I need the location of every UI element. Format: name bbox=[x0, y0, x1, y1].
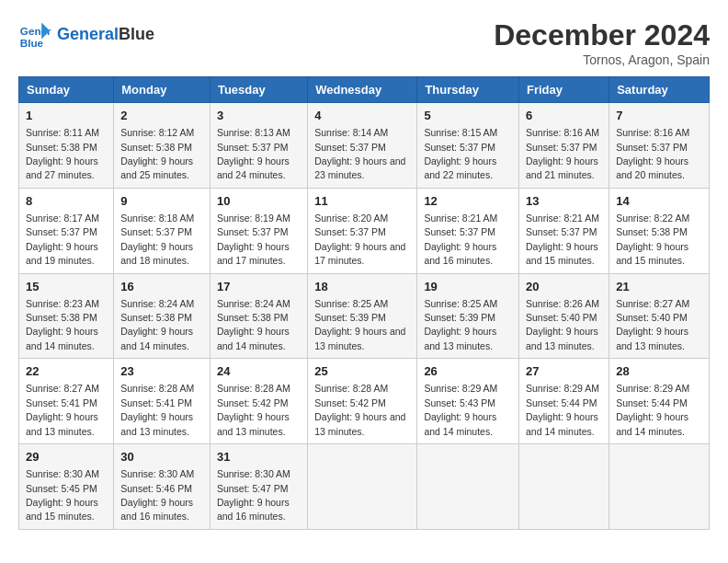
day-cell: 20Sunrise: 8:26 AMSunset: 5:40 PMDayligh… bbox=[518, 273, 609, 359]
day-cell: 13Sunrise: 8:21 AMSunset: 5:37 PMDayligh… bbox=[518, 188, 609, 273]
day-info: Sunrise: 8:21 AMSunset: 5:37 PMDaylight:… bbox=[424, 213, 497, 266]
day-info: Sunrise: 8:15 AMSunset: 5:37 PMDaylight:… bbox=[424, 127, 497, 180]
day-number: 9 bbox=[120, 193, 203, 210]
day-info: Sunrise: 8:30 AMSunset: 5:46 PMDaylight:… bbox=[120, 468, 194, 522]
day-cell: 7Sunrise: 8:16 AMSunset: 5:37 PMDaylight… bbox=[609, 103, 710, 189]
day-cell: 5Sunrise: 8:15 AMSunset: 5:37 PMDaylight… bbox=[417, 103, 519, 189]
day-info: Sunrise: 8:19 AMSunset: 5:37 PMDaylight:… bbox=[217, 213, 290, 266]
day-number: 24 bbox=[217, 363, 301, 380]
day-info: Sunrise: 8:16 AMSunset: 5:37 PMDaylight:… bbox=[616, 127, 689, 180]
day-cell: 15Sunrise: 8:23 AMSunset: 5:38 PMDayligh… bbox=[19, 273, 114, 359]
day-number: 5 bbox=[424, 108, 512, 124]
day-cell: 14Sunrise: 8:22 AMSunset: 5:38 PMDayligh… bbox=[609, 188, 710, 273]
day-info: Sunrise: 8:24 AMSunset: 5:38 PMDaylight:… bbox=[120, 298, 194, 351]
header-sunday: Sunday bbox=[19, 77, 114, 103]
day-info: Sunrise: 8:18 AMSunset: 5:37 PMDaylight:… bbox=[120, 213, 194, 266]
logo-icon: General Blue bbox=[18, 18, 51, 52]
day-cell: 11Sunrise: 8:20 AMSunset: 5:37 PMDayligh… bbox=[308, 188, 417, 273]
day-cell: 25Sunrise: 8:28 AMSunset: 5:42 PMDayligh… bbox=[308, 359, 417, 444]
day-cell: 8Sunrise: 8:17 AMSunset: 5:37 PMDaylight… bbox=[19, 188, 114, 273]
day-cell: 18Sunrise: 8:25 AMSunset: 5:39 PMDayligh… bbox=[308, 273, 417, 359]
header-row: SundayMondayTuesdayWednesdayThursdayFrid… bbox=[19, 77, 710, 103]
day-number: 11 bbox=[314, 193, 410, 210]
day-cell: 30Sunrise: 8:30 AMSunset: 5:46 PMDayligh… bbox=[114, 444, 210, 530]
day-cell: 22Sunrise: 8:27 AMSunset: 5:41 PMDayligh… bbox=[19, 359, 114, 444]
day-number: 7 bbox=[616, 108, 702, 124]
week-row-2: 8Sunrise: 8:17 AMSunset: 5:37 PMDaylight… bbox=[19, 188, 710, 273]
day-number: 26 bbox=[424, 363, 512, 380]
day-cell: 24Sunrise: 8:28 AMSunset: 5:42 PMDayligh… bbox=[210, 359, 307, 444]
day-info: Sunrise: 8:29 AMSunset: 5:44 PMDaylight:… bbox=[526, 383, 599, 436]
day-number: 3 bbox=[217, 108, 301, 124]
day-cell: 12Sunrise: 8:21 AMSunset: 5:37 PMDayligh… bbox=[417, 188, 519, 273]
day-info: Sunrise: 8:22 AMSunset: 5:38 PMDaylight:… bbox=[616, 213, 689, 266]
day-info: Sunrise: 8:16 AMSunset: 5:37 PMDaylight:… bbox=[526, 127, 599, 180]
week-row-1: 1Sunrise: 8:11 AMSunset: 5:38 PMDaylight… bbox=[19, 103, 710, 189]
week-row-3: 15Sunrise: 8:23 AMSunset: 5:38 PMDayligh… bbox=[19, 273, 710, 359]
day-info: Sunrise: 8:20 AMSunset: 5:37 PMDaylight:… bbox=[314, 213, 405, 266]
day-number: 30 bbox=[120, 449, 203, 465]
day-number: 20 bbox=[526, 279, 602, 295]
day-info: Sunrise: 8:11 AMSunset: 5:38 PMDaylight:… bbox=[26, 127, 99, 180]
day-cell: 4Sunrise: 8:14 AMSunset: 5:37 PMDaylight… bbox=[308, 103, 417, 189]
day-cell: 26Sunrise: 8:29 AMSunset: 5:43 PMDayligh… bbox=[417, 359, 519, 444]
day-info: Sunrise: 8:14 AMSunset: 5:37 PMDaylight:… bbox=[314, 127, 405, 180]
day-cell bbox=[518, 444, 609, 530]
day-info: Sunrise: 8:30 AMSunset: 5:47 PMDaylight:… bbox=[217, 468, 290, 522]
day-info: Sunrise: 8:24 AMSunset: 5:38 PMDaylight:… bbox=[217, 298, 290, 351]
day-number: 29 bbox=[26, 449, 107, 465]
day-cell: 21Sunrise: 8:27 AMSunset: 5:40 PMDayligh… bbox=[609, 273, 710, 359]
day-cell: 9Sunrise: 8:18 AMSunset: 5:37 PMDaylight… bbox=[114, 188, 210, 273]
day-number: 21 bbox=[616, 279, 702, 295]
day-number: 27 bbox=[526, 363, 602, 380]
day-info: Sunrise: 8:27 AMSunset: 5:41 PMDaylight:… bbox=[26, 383, 99, 436]
day-number: 14 bbox=[616, 193, 702, 210]
day-cell: 31Sunrise: 8:30 AMSunset: 5:47 PMDayligh… bbox=[210, 444, 307, 530]
day-cell: 2Sunrise: 8:12 AMSunset: 5:38 PMDaylight… bbox=[114, 103, 210, 189]
day-number: 2 bbox=[120, 108, 203, 124]
day-cell: 28Sunrise: 8:29 AMSunset: 5:44 PMDayligh… bbox=[609, 359, 710, 444]
day-cell bbox=[308, 444, 417, 530]
day-cell: 19Sunrise: 8:25 AMSunset: 5:39 PMDayligh… bbox=[417, 273, 519, 359]
day-number: 6 bbox=[526, 108, 602, 124]
day-info: Sunrise: 8:30 AMSunset: 5:45 PMDaylight:… bbox=[26, 468, 99, 522]
day-info: Sunrise: 8:12 AMSunset: 5:38 PMDaylight:… bbox=[120, 127, 194, 180]
day-number: 23 bbox=[120, 363, 203, 380]
day-cell: 16Sunrise: 8:24 AMSunset: 5:38 PMDayligh… bbox=[114, 273, 210, 359]
day-cell: 1Sunrise: 8:11 AMSunset: 5:38 PMDaylight… bbox=[19, 103, 114, 189]
day-info: Sunrise: 8:29 AMSunset: 5:44 PMDaylight:… bbox=[616, 383, 689, 436]
day-number: 19 bbox=[424, 279, 512, 295]
day-number: 10 bbox=[217, 193, 301, 210]
header-tuesday: Tuesday bbox=[210, 77, 307, 103]
day-cell: 23Sunrise: 8:28 AMSunset: 5:41 PMDayligh… bbox=[114, 359, 210, 444]
header-wednesday: Wednesday bbox=[308, 77, 417, 103]
day-info: Sunrise: 8:28 AMSunset: 5:42 PMDaylight:… bbox=[217, 383, 290, 436]
header-saturday: Saturday bbox=[609, 77, 710, 103]
day-cell: 3Sunrise: 8:13 AMSunset: 5:37 PMDaylight… bbox=[210, 103, 307, 189]
day-cell: 10Sunrise: 8:19 AMSunset: 5:37 PMDayligh… bbox=[210, 188, 307, 273]
day-cell: 17Sunrise: 8:24 AMSunset: 5:38 PMDayligh… bbox=[210, 273, 307, 359]
day-number: 25 bbox=[314, 363, 410, 380]
day-number: 8 bbox=[26, 193, 107, 210]
week-row-4: 22Sunrise: 8:27 AMSunset: 5:41 PMDayligh… bbox=[19, 359, 710, 444]
day-info: Sunrise: 8:17 AMSunset: 5:37 PMDaylight:… bbox=[26, 213, 99, 266]
day-info: Sunrise: 8:26 AMSunset: 5:40 PMDaylight:… bbox=[526, 298, 599, 351]
day-number: 28 bbox=[616, 363, 702, 380]
day-cell: 6Sunrise: 8:16 AMSunset: 5:37 PMDaylight… bbox=[518, 103, 609, 189]
day-number: 17 bbox=[217, 279, 301, 295]
page-header: General Blue GeneralBlue December 2024 T… bbox=[18, 18, 710, 67]
day-info: Sunrise: 8:25 AMSunset: 5:39 PMDaylight:… bbox=[424, 298, 497, 351]
header-monday: Monday bbox=[114, 77, 210, 103]
day-info: Sunrise: 8:28 AMSunset: 5:42 PMDaylight:… bbox=[314, 383, 405, 436]
day-number: 18 bbox=[314, 279, 410, 295]
main-title: December 2024 bbox=[494, 18, 710, 52]
day-cell: 27Sunrise: 8:29 AMSunset: 5:44 PMDayligh… bbox=[518, 359, 609, 444]
day-info: Sunrise: 8:25 AMSunset: 5:39 PMDaylight:… bbox=[314, 298, 405, 351]
header-friday: Friday bbox=[518, 77, 609, 103]
week-row-5: 29Sunrise: 8:30 AMSunset: 5:45 PMDayligh… bbox=[19, 444, 710, 530]
subtitle: Tornos, Aragon, Spain bbox=[494, 52, 710, 67]
logo: General Blue GeneralBlue bbox=[18, 18, 154, 52]
day-info: Sunrise: 8:28 AMSunset: 5:41 PMDaylight:… bbox=[120, 383, 194, 436]
day-number: 15 bbox=[26, 279, 107, 295]
title-block: December 2024 Tornos, Aragon, Spain bbox=[494, 18, 710, 67]
